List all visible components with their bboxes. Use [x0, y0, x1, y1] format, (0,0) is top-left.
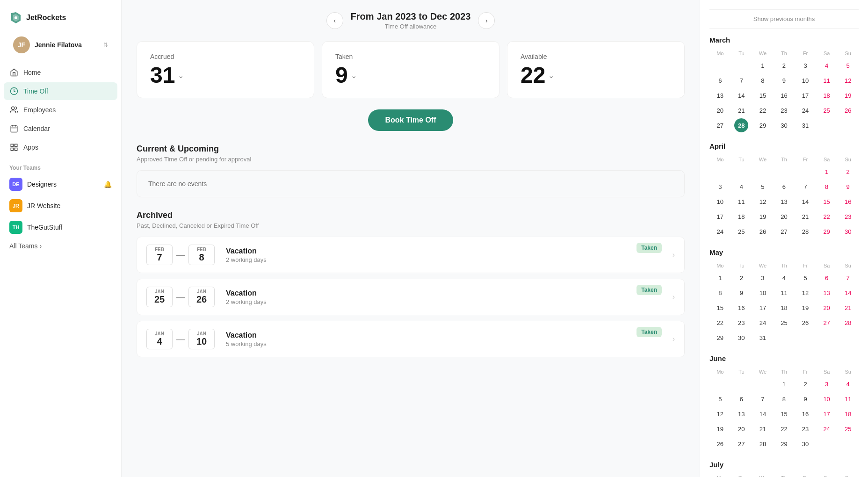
- cal-day-cell[interactable]: 27: [777, 224, 791, 238]
- time-off-card[interactable]: Taken JAN 4 — JAN 10 Vacation 5 working …: [137, 321, 685, 357]
- cal-day-cell[interactable]: 20: [734, 422, 748, 436]
- cal-day-cell[interactable]: 8: [713, 286, 727, 300]
- cal-day-cell[interactable]: 18: [841, 407, 855, 421]
- cal-day-cell[interactable]: 10: [798, 73, 812, 87]
- cal-day-cell[interactable]: 2: [777, 58, 791, 72]
- cal-day-cell[interactable]: 15: [820, 195, 834, 209]
- cal-day-cell[interactable]: 18: [734, 210, 748, 224]
- cal-day-cell[interactable]: 29: [777, 437, 791, 451]
- cal-day-cell[interactable]: 22: [713, 316, 727, 330]
- cal-day-cell[interactable]: 1: [713, 271, 727, 285]
- cal-day-cell[interactable]: 20: [820, 301, 834, 315]
- cal-day-cell[interactable]: 5: [713, 392, 727, 406]
- cal-day-cell[interactable]: 22: [777, 422, 791, 436]
- cal-day-cell[interactable]: 30: [734, 331, 748, 345]
- cal-day-cell[interactable]: 20: [777, 210, 791, 224]
- cal-day-cell[interactable]: 29: [713, 331, 727, 345]
- cal-day-cell[interactable]: 21: [734, 103, 748, 117]
- cal-day-cell[interactable]: 25: [734, 224, 748, 238]
- cal-day-cell[interactable]: 4: [841, 377, 855, 391]
- cal-day-cell[interactable]: 6: [713, 73, 727, 87]
- cal-day-cell[interactable]: 23: [841, 210, 855, 224]
- cal-day-cell[interactable]: 26: [798, 316, 812, 330]
- chevron-down-icon[interactable]: ⌄: [178, 71, 184, 80]
- cal-day-cell[interactable]: 12: [798, 286, 812, 300]
- cal-day-cell[interactable]: 14: [756, 407, 770, 421]
- cal-day-cell[interactable]: 28: [841, 316, 855, 330]
- cal-day-cell[interactable]: 27: [820, 316, 834, 330]
- cal-day-cell[interactable]: 7: [734, 73, 748, 87]
- cal-day-cell[interactable]: 21: [756, 422, 770, 436]
- cal-day-cell[interactable]: 19: [756, 210, 770, 224]
- cal-day-cell[interactable]: 2: [798, 377, 812, 391]
- cal-day-cell[interactable]: 2: [734, 271, 748, 285]
- next-period-button[interactable]: ›: [478, 12, 495, 29]
- cal-day-cell[interactable]: 6: [777, 180, 791, 194]
- cal-day-cell[interactable]: 4: [820, 58, 834, 72]
- cal-day-cell[interactable]: 21: [798, 210, 812, 224]
- team-thegutstuff[interactable]: TH TheGutStuff: [4, 217, 117, 238]
- cal-day-cell[interactable]: 1: [820, 165, 834, 179]
- cal-day-cell[interactable]: 14: [841, 286, 855, 300]
- nav-calendar[interactable]: Calendar: [4, 120, 117, 137]
- cal-day-cell[interactable]: 12: [756, 195, 770, 209]
- cal-day-cell[interactable]: 11: [777, 286, 791, 300]
- user-profile[interactable]: JF Jennie Filatova ⇅: [4, 32, 117, 58]
- cal-day-cell[interactable]: 23: [798, 422, 812, 436]
- cal-day-cell[interactable]: 12: [841, 73, 855, 87]
- cal-day-cell[interactable]: 31: [756, 331, 770, 345]
- cal-day-cell[interactable]: 17: [820, 407, 834, 421]
- cal-day-cell[interactable]: 10: [820, 392, 834, 406]
- time-off-card[interactable]: Taken JAN 25 — JAN 26 Vacation 2 working…: [137, 279, 685, 315]
- cal-day-cell[interactable]: 19: [798, 301, 812, 315]
- show-prev-months-button[interactable]: Show previous months: [709, 9, 859, 29]
- cal-day-cell[interactable]: 18: [777, 301, 791, 315]
- nav-home[interactable]: Home: [4, 64, 117, 81]
- cal-day-cell[interactable]: 27: [734, 437, 748, 451]
- cal-day-cell[interactable]: 22: [820, 210, 834, 224]
- cal-day-cell[interactable]: 12: [713, 407, 727, 421]
- cal-day-cell[interactable]: 13: [777, 195, 791, 209]
- all-teams-link[interactable]: All Teams ›: [0, 238, 121, 253]
- cal-day-cell[interactable]: 9: [841, 180, 855, 194]
- cal-day-cell[interactable]: 3: [756, 271, 770, 285]
- cal-day-cell[interactable]: 20: [713, 103, 727, 117]
- cal-day-cell[interactable]: 3: [820, 377, 834, 391]
- cal-day-cell[interactable]: 25: [820, 103, 834, 117]
- cal-day-cell[interactable]: 19: [841, 88, 855, 102]
- cal-day-cell[interactable]: 24: [756, 316, 770, 330]
- cal-day-cell[interactable]: 28: [734, 118, 748, 132]
- chevron-down-icon-available[interactable]: ⌄: [548, 71, 554, 80]
- cal-day-cell[interactable]: 17: [756, 301, 770, 315]
- nav-timeoff[interactable]: Time Off: [4, 82, 117, 100]
- time-off-card[interactable]: Taken FEB 7 — FEB 8 Vacation 2 working d…: [137, 237, 685, 273]
- cal-day-cell[interactable]: 9: [734, 286, 748, 300]
- cal-day-cell[interactable]: 22: [756, 103, 770, 117]
- cal-day-cell[interactable]: 15: [713, 301, 727, 315]
- cal-day-cell[interactable]: 16: [798, 407, 812, 421]
- book-time-off-button[interactable]: Book Time Off: [368, 109, 453, 131]
- cal-day-cell[interactable]: 28: [798, 224, 812, 238]
- cal-day-cell[interactable]: 26: [756, 224, 770, 238]
- cal-day-cell[interactable]: 29: [820, 224, 834, 238]
- cal-day-cell[interactable]: 10: [713, 195, 727, 209]
- cal-day-cell[interactable]: 30: [841, 224, 855, 238]
- nav-employees[interactable]: Employees: [4, 101, 117, 119]
- cal-day-cell[interactable]: 11: [734, 195, 748, 209]
- cal-day-cell[interactable]: 27: [713, 118, 727, 132]
- cal-day-cell[interactable]: 2: [841, 165, 855, 179]
- cal-day-cell[interactable]: 11: [820, 73, 834, 87]
- cal-day-cell[interactable]: 16: [841, 195, 855, 209]
- cal-day-cell[interactable]: 25: [841, 422, 855, 436]
- cal-day-cell[interactable]: 26: [713, 437, 727, 451]
- cal-day-cell[interactable]: 9: [777, 73, 791, 87]
- cal-day-cell[interactable]: 8: [756, 73, 770, 87]
- cal-day-cell[interactable]: 23: [777, 103, 791, 117]
- cal-day-cell[interactable]: 30: [798, 437, 812, 451]
- cal-day-cell[interactable]: 24: [798, 103, 812, 117]
- cal-day-cell[interactable]: 6: [820, 271, 834, 285]
- cal-day-cell[interactable]: 16: [777, 88, 791, 102]
- cal-day-cell[interactable]: 17: [713, 210, 727, 224]
- cal-day-cell[interactable]: 15: [756, 88, 770, 102]
- cal-day-cell[interactable]: 16: [734, 301, 748, 315]
